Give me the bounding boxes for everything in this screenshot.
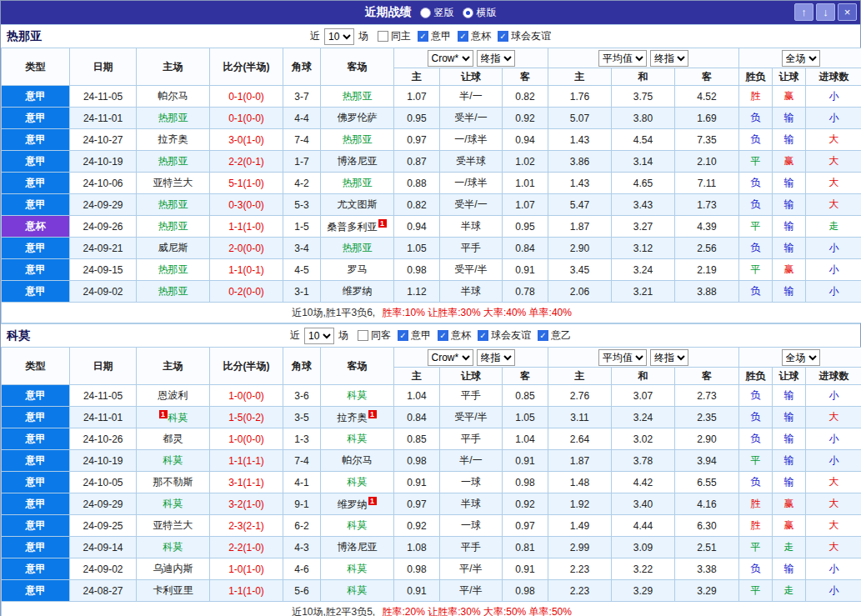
avg-draw-cell: 3.12	[612, 238, 675, 259]
layout-radio-horizontal[interactable]: 横版	[463, 6, 497, 20]
checkbox-icon[interactable]: ✓	[498, 31, 508, 42]
home-odds-cell: 0.85	[394, 428, 440, 450]
avg-away-cell: 4.52	[675, 86, 739, 108]
checkbox-icon[interactable]	[378, 31, 388, 42]
score-cell: 2-0(0-0)	[210, 238, 283, 259]
away-odds-cell: 0.95	[503, 216, 548, 238]
odds-source-select[interactable]: 平均值	[598, 349, 647, 366]
scroll-down-button[interactable]: ↓	[816, 3, 835, 21]
handicap-result-cell: 输	[773, 108, 806, 129]
team-name: 科莫	[1, 328, 30, 343]
odds-source-select[interactable]: 全场	[782, 50, 820, 67]
subheader-odds-handicap: 让球	[440, 68, 503, 86]
filter-checkbox-意甲[interactable]: ✓意甲	[418, 29, 451, 43]
match-row: 意甲24-10-27拉齐奥3-0(1-0)7-4热那亚0.97一/球半0.941…	[2, 129, 861, 151]
filter-checkbox-球会友谊[interactable]: ✓球会友谊	[478, 328, 531, 343]
focus-team-name: 科莫	[348, 476, 368, 488]
avg-away-cell: 4.16	[675, 493, 739, 515]
odds-source-select[interactable]: 终指	[477, 50, 515, 67]
checkbox-icon[interactable]	[358, 330, 368, 341]
odds-source-select[interactable]: 终指	[650, 50, 688, 67]
corners-cell: 7-4	[283, 450, 321, 472]
handicap-result-cell: 输	[773, 173, 806, 194]
avg-draw-cell: 3.43	[612, 194, 675, 216]
corners-cell: 4-1	[283, 472, 321, 493]
match-row: 意杯24-09-26热那亚1-1(1-0)1-5桑普多利亚10.94半球0.95…	[2, 216, 861, 238]
home-team-cell: 卡利亚里	[137, 580, 210, 602]
avg-home-cell: 1.76	[548, 86, 612, 108]
filter-checkbox-意杯[interactable]: ✓意杯	[438, 328, 471, 343]
match-row: 意甲24-08-27卡利亚里1-1(1-0)5-6科莫0.91平/半0.982.…	[2, 580, 861, 602]
away-odds-cell: 0.98	[503, 580, 548, 602]
home-odds-cell: 0.87	[394, 151, 440, 173]
match-rows-body: 意甲24-11-05恩波利1-0(0-0)3-6科莫1.04平手0.852.76…	[2, 385, 861, 602]
radio-selected-icon[interactable]	[463, 8, 473, 18]
close-button[interactable]: ×	[838, 3, 857, 21]
date-cell: 24-09-26	[70, 216, 137, 238]
avg-home-cell: 2.90	[548, 238, 612, 259]
date-cell: 24-09-29	[70, 493, 137, 515]
checkbox-icon[interactable]: ✓	[418, 31, 428, 42]
avg-draw-cell: 4.65	[612, 173, 675, 194]
handicap-result-cell: 赢	[773, 259, 806, 281]
avg-draw-cell: 3.14	[612, 151, 675, 173]
fulltime-result-cell: 胜	[739, 493, 773, 515]
score-cell: 0-1(0-0)	[210, 86, 283, 108]
league-cell: 意甲	[2, 129, 70, 151]
away-team-cell: 桑普多利亚1	[321, 216, 394, 238]
filter-checkbox-同主[interactable]: 同主	[378, 29, 411, 43]
home-team-cell: 拉齐奥	[137, 129, 210, 151]
goals-result-cell: 小	[806, 281, 861, 303]
scroll-up-button[interactable]: ↑	[794, 3, 813, 21]
home-team-cell: 都灵	[137, 428, 210, 450]
away-team-cell: 佛罗伦萨	[321, 108, 394, 129]
filter-checkbox-意杯[interactable]: ✓意杯	[458, 29, 491, 43]
filter-bar: 科莫 近 10 场 同客✓意甲✓意杯✓球会友谊✓意乙	[1, 323, 860, 347]
filter-checkbox-意甲[interactable]: ✓意甲	[398, 328, 431, 343]
date-cell: 24-09-15	[70, 259, 137, 281]
goals-result-cell: 小	[806, 86, 861, 108]
home-odds-cell: 0.91	[394, 580, 440, 602]
focus-team-name: 科莫	[163, 498, 183, 509]
opponent-team-name: 拉齐奥	[338, 412, 368, 423]
corners-cell: 4-4	[283, 108, 321, 129]
match-count-select[interactable]: 10	[324, 28, 354, 45]
handicap-result-cell: 输	[773, 385, 806, 407]
away-odds-cell: 0.92	[503, 108, 548, 129]
odds-source-select[interactable]: Crow*	[428, 50, 473, 67]
col-header-score: 比分(半场)	[210, 348, 283, 385]
away-team-cell: 维罗纳1	[321, 493, 394, 515]
checkbox-icon[interactable]: ✓	[458, 31, 468, 42]
odds-source-select[interactable]: Crow*	[428, 349, 473, 366]
score-cell: 2-2(0-1)	[210, 151, 283, 173]
score-cell: 1-0(0-0)	[210, 385, 283, 407]
goals-result-cell: 大	[806, 515, 861, 537]
checkbox-icon[interactable]: ✓	[398, 330, 408, 341]
average-odds-group-header: 平均值终指	[548, 48, 739, 68]
radio-unselected-icon[interactable]	[420, 8, 431, 18]
checkbox-icon[interactable]: ✓	[538, 330, 548, 341]
score-cell: 2-3(2-1)	[210, 515, 283, 537]
odds-source-select[interactable]: 终指	[477, 349, 515, 366]
avg-away-cell: 2.73	[675, 385, 739, 407]
odds-source-select[interactable]: 全场	[782, 349, 820, 366]
layout-radio-vertical[interactable]: 竖版	[420, 6, 454, 20]
match-count-select[interactable]: 10	[304, 328, 334, 344]
odds-source-select[interactable]: 终指	[650, 349, 688, 366]
home-team-cell: 威尼斯	[137, 238, 210, 259]
filter-checkbox-球会友谊[interactable]: ✓球会友谊	[498, 29, 551, 43]
subheader-result-winlose: 胜负	[739, 368, 773, 385]
avg-home-cell: 1.92	[548, 493, 612, 515]
league-cell: 意甲	[2, 86, 70, 108]
filter-checkbox-意乙[interactable]: ✓意乙	[538, 328, 571, 343]
summary-cell: 近10场,胜1平3负6, 胜率:10% 让胜率:30% 大率:40% 单率:40…	[2, 303, 861, 323]
league-cell: 意甲	[2, 108, 70, 129]
score-cell: 3-2(1-0)	[210, 493, 283, 515]
checkbox-icon[interactable]: ✓	[478, 330, 488, 341]
handicap-result-cell: 输	[773, 472, 806, 493]
odds-source-select[interactable]: 平均值	[598, 50, 647, 67]
goals-result-cell: 大	[806, 194, 861, 216]
checkbox-icon[interactable]: ✓	[438, 330, 448, 341]
away-team-cell: 热那亚	[321, 129, 394, 151]
filter-checkbox-同客[interactable]: 同客	[358, 328, 391, 343]
